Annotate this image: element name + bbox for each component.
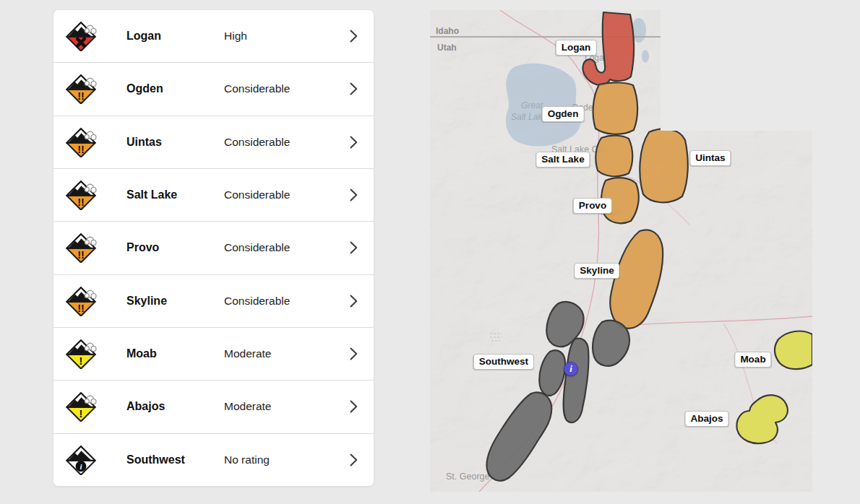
info-marker-glyph: i xyxy=(569,363,572,375)
list-item-salt-lake[interactable]: !! Salt Lake Considerable xyxy=(53,168,374,221)
chevron-right-icon xyxy=(350,453,358,466)
region-name: Abajos xyxy=(126,400,224,413)
region-name: Uintas xyxy=(126,136,224,149)
map-region-uintas[interactable] xyxy=(640,129,687,203)
region-rating: Considerable xyxy=(224,241,333,254)
region-rating: Considerable xyxy=(224,136,333,149)
danger-rating-icon: !! xyxy=(64,74,98,104)
danger-rating-icon xyxy=(64,21,98,51)
region-rating: Considerable xyxy=(224,295,333,308)
chevron-right-icon xyxy=(350,188,358,201)
svg-text:St. George: St. George xyxy=(446,472,489,482)
svg-text:!: ! xyxy=(79,409,83,420)
region-rating: High xyxy=(224,30,333,43)
region-name: Southwest xyxy=(126,453,224,466)
map-label-salt-lake[interactable]: Salt Lake xyxy=(536,152,590,168)
list-item-skyline[interactable]: !! Skyline Considerable xyxy=(53,274,374,327)
danger-rating-icon: !! xyxy=(64,233,98,263)
map-canvas: Idaho Utah Logan Ogden Great Salt Lake S… xyxy=(430,10,812,492)
region-rating: Moderate xyxy=(224,347,333,360)
region-rating: Considerable xyxy=(224,188,333,201)
chevron-right-icon xyxy=(350,82,358,95)
list-item-southwest[interactable]: i Southwest No rating xyxy=(53,433,374,486)
svg-text:Great: Great xyxy=(521,100,543,110)
svg-text:!: ! xyxy=(79,355,83,367)
svg-text:!!: !! xyxy=(77,91,85,103)
chevron-right-icon xyxy=(350,295,358,308)
chevron-right-icon xyxy=(350,400,358,413)
map-label-skyline[interactable]: Skyline xyxy=(574,263,619,279)
region-name: Ogden xyxy=(126,82,224,95)
danger-rating-icon: !! xyxy=(64,180,98,210)
map-region-moab[interactable] xyxy=(775,331,812,370)
map-label-moab[interactable]: Moab xyxy=(734,352,771,368)
chevron-right-icon xyxy=(350,136,358,149)
utah-forecast-map[interactable]: Idaho Utah Logan Ogden Great Salt Lake S… xyxy=(430,10,812,492)
danger-rating-icon: !! xyxy=(64,127,98,157)
danger-rating-icon: i xyxy=(64,445,98,475)
map-region-ogden[interactable] xyxy=(593,82,638,134)
great-salt-lake xyxy=(506,64,581,147)
svg-text:!!: !! xyxy=(77,144,85,155)
region-rating: No rating xyxy=(224,453,333,466)
danger-rating-icon: ! xyxy=(64,391,98,422)
svg-text:!!: !! xyxy=(77,196,85,208)
svg-text:!!: !! xyxy=(77,303,85,314)
map-label-abajos[interactable]: Abajos xyxy=(684,411,728,427)
map-label-uintas[interactable]: Uintas xyxy=(689,150,731,166)
list-item-abajos[interactable]: ! Abajos Moderate xyxy=(53,380,374,433)
map-label-southwest[interactable]: Southwest xyxy=(473,354,534,370)
chevron-right-icon xyxy=(350,30,358,43)
region-rating: Moderate xyxy=(224,400,333,413)
list-item-uintas[interactable]: !! Uintas Considerable xyxy=(53,116,374,168)
list-item-ogden[interactable]: !! Ogden Considerable xyxy=(53,62,374,115)
map-region-salt-lake[interactable] xyxy=(595,136,632,176)
avalanche-forecast-page: Logan High !! Ogden Considerable !! Uint… xyxy=(0,0,860,504)
info-marker[interactable]: i xyxy=(564,362,578,376)
list-item-moab[interactable]: ! Moab Moderate xyxy=(53,327,374,380)
region-name: Provo xyxy=(126,241,224,254)
map-label-provo[interactable]: Provo xyxy=(573,198,612,214)
list-item-provo[interactable]: !! Provo Considerable xyxy=(53,221,374,274)
danger-rating-icon: !! xyxy=(64,286,98,316)
chevron-right-icon xyxy=(350,241,358,254)
danger-rating-icon: ! xyxy=(64,339,98,369)
map-label-ogden[interactable]: Ogden xyxy=(542,106,585,122)
forecast-region-list: Logan High !! Ogden Considerable !! Uint… xyxy=(53,9,374,487)
region-name: Salt Lake xyxy=(126,188,224,201)
svg-text:!!: !! xyxy=(77,250,85,261)
chevron-right-icon xyxy=(350,347,358,360)
region-rating: Considerable xyxy=(224,82,333,95)
list-item-logan[interactable]: Logan High xyxy=(53,10,374,62)
region-name: Skyline xyxy=(126,295,224,308)
svg-text:Utah: Utah xyxy=(437,43,457,53)
map-label-logan[interactable]: Logan xyxy=(556,40,597,56)
svg-text:i: i xyxy=(79,462,82,471)
region-name: Logan xyxy=(126,30,224,43)
region-name: Moab xyxy=(126,347,224,360)
svg-text:Idaho: Idaho xyxy=(436,26,459,36)
